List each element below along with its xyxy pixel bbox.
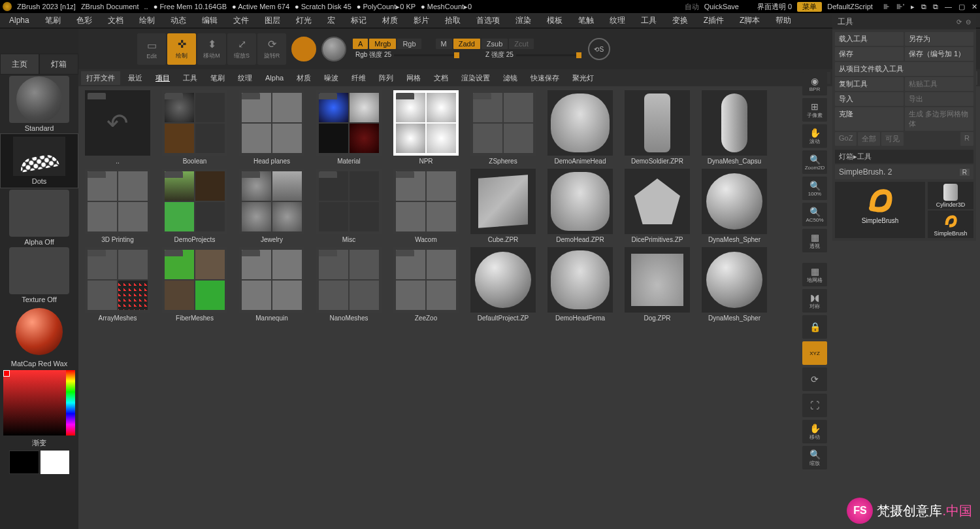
folder-misc[interactable]: Misc xyxy=(312,169,385,243)
stroke-swatch[interactable]: Dots xyxy=(0,133,78,188)
frame-button[interactable]: ⛶ xyxy=(802,394,827,417)
panel-close-icon[interactable]: ⊖ xyxy=(966,18,971,26)
aahalf-button[interactable]: 🔍AC50% xyxy=(802,203,827,226)
brush-swatch[interactable]: Standard xyxy=(0,76,78,132)
symmetry-button[interactable]: ◗◖对称 xyxy=(802,289,827,313)
alpha-swatch[interactable]: Alpha Off xyxy=(0,190,78,246)
project-tab[interactable]: 项目 xyxy=(150,71,175,85)
grid-tab[interactable]: 网格 xyxy=(401,71,426,85)
persp-button[interactable]: ▦透视 xyxy=(802,229,827,252)
move-button[interactable]: ⬍移动M xyxy=(197,33,226,65)
clone-button[interactable]: 克隆 xyxy=(835,107,904,131)
item-dog[interactable]: Dog.ZPR xyxy=(621,247,694,322)
menu-texture[interactable]: 纹理 xyxy=(604,14,630,27)
folder-boolean[interactable]: Boolean xyxy=(158,90,231,165)
rgb-intensity-slider[interactable]: Rgb 强度 25 xyxy=(353,50,462,60)
save-inc-button[interactable]: 保存（编号加 1） xyxy=(905,47,973,61)
layout-icon[interactable]: ⊪' xyxy=(896,3,904,11)
gizmo-icon[interactable] xyxy=(291,37,316,61)
folder-nanomeshes[interactable]: NanoMeshes xyxy=(312,247,385,322)
menu-help[interactable]: 帮助 xyxy=(770,14,796,27)
folder-fibermeshes[interactable]: FiberMeshes xyxy=(158,247,231,322)
menu-zplugin[interactable]: Z插件 xyxy=(698,14,729,27)
item-demoheadfemale[interactable]: DemoHeadFema xyxy=(544,247,617,322)
quicksave-tab[interactable]: 快速保存 xyxy=(525,71,564,85)
goz-all-button[interactable]: 全部 xyxy=(858,132,880,146)
menu-marker[interactable]: 标记 xyxy=(346,14,372,27)
item-demosoldier[interactable]: DemoSoldier.ZPR xyxy=(621,90,694,165)
alpha-tab[interactable]: Alpha xyxy=(260,72,289,84)
array-tab[interactable]: 阵列 xyxy=(374,71,399,85)
save-as-button[interactable]: 另存为 xyxy=(905,32,973,46)
active-tool[interactable]: SimpleBrush. 2R xyxy=(835,165,973,179)
close-icon[interactable]: ✕ xyxy=(972,3,977,11)
quicksave-button[interactable]: QuickSave xyxy=(704,3,739,10)
lightbox-tab[interactable]: 灯箱 xyxy=(39,54,78,75)
load-tool-button[interactable]: 载入工具 xyxy=(835,32,904,46)
tool-tab[interactable]: 工具 xyxy=(178,71,203,85)
actual-size-button[interactable]: 🔍100% xyxy=(802,177,827,200)
move3d-button[interactable]: ✋移动 xyxy=(802,420,827,443)
spotlight-tab[interactable]: 聚光灯 xyxy=(567,71,599,85)
ui-transparency[interactable]: 界面透明 0 xyxy=(757,2,792,12)
tool-cylinder3d[interactable]: Cylinder3D xyxy=(928,182,973,209)
folder-npr[interactable]: NPR xyxy=(389,90,463,165)
zcut-button[interactable]: Zcut xyxy=(509,39,533,49)
bpr-button[interactable]: ◉BPR xyxy=(802,72,827,95)
lightbox-tools-section[interactable]: 灯箱▸工具 xyxy=(835,150,973,163)
recent-tab[interactable]: 最近 xyxy=(123,71,148,85)
color-picker[interactable] xyxy=(3,370,75,435)
rotate-button[interactable]: ⟳旋转R xyxy=(257,33,286,65)
folder-up[interactable]: ↶.. xyxy=(81,90,154,165)
default-zscript[interactable]: DefaultZScript xyxy=(827,3,873,10)
copy-tool-button[interactable]: 复制工具 xyxy=(835,77,904,91)
a-mode-button[interactable]: A xyxy=(353,39,368,49)
menu-pick[interactable]: 拾取 xyxy=(440,14,466,27)
brush-tab[interactable]: 笔刷 xyxy=(205,71,230,85)
folder-mannequin[interactable]: Mannequin xyxy=(235,247,308,322)
zadd-button[interactable]: Zadd xyxy=(453,39,480,49)
material-swatch[interactable]: MatCap Red Wax xyxy=(0,305,78,367)
menu-alpha[interactable]: Alpha xyxy=(4,14,35,26)
goz-r-button[interactable]: R xyxy=(960,132,973,146)
tool-simplebrush2[interactable]: SimpleBrush xyxy=(928,211,973,238)
folder-3dprinting[interactable]: 3D Printing xyxy=(81,169,154,243)
render-tab[interactable]: 渲染设置 xyxy=(456,71,495,85)
minimize-icon[interactable]: — xyxy=(945,3,952,11)
menu-dynamic[interactable]: 动态 xyxy=(165,14,191,27)
export-button[interactable]: 导出 xyxy=(905,92,973,106)
rotate-view-button[interactable]: ⟳ xyxy=(802,367,827,391)
r-flag[interactable]: R xyxy=(960,169,970,176)
panel-pin-icon[interactable]: ⟳ xyxy=(956,18,962,26)
menu-movie[interactable]: 影片 xyxy=(408,14,434,27)
folder-zspheres[interactable]: ZSpheres xyxy=(466,90,540,165)
filter-tab[interactable]: 滤镜 xyxy=(498,71,523,85)
xyz-button[interactable]: XYZ xyxy=(802,341,827,365)
rgb-button[interactable]: Rgb xyxy=(397,39,421,49)
gradient-label[interactable]: 渐变 xyxy=(0,438,78,448)
color-swatches[interactable] xyxy=(9,451,69,474)
material-tab[interactable]: 材质 xyxy=(291,71,316,85)
scale-button[interactable]: ⤢缩放S xyxy=(227,33,256,65)
menu-stencil[interactable]: 模板 xyxy=(542,14,568,27)
zoom2d-button[interactable]: 🔍Zoom2D xyxy=(802,150,827,174)
menu-light[interactable]: 灯光 xyxy=(291,14,317,27)
menu-prefs[interactable]: 首选项 xyxy=(471,14,505,27)
folder-wacom[interactable]: Wacom xyxy=(389,169,463,243)
zoom3d-button[interactable]: 🔍缩放 xyxy=(802,446,827,469)
menu-brush[interactable]: 笔刷 xyxy=(40,14,66,27)
goz-visible-button[interactable]: 可见 xyxy=(881,132,904,146)
item-demohead[interactable]: DemoHead.ZPR xyxy=(544,169,617,243)
save-button[interactable]: 保存 xyxy=(835,47,904,61)
folder-demoprojects[interactable]: DemoProjects xyxy=(158,169,231,243)
z-intensity-slider[interactable]: Z 强度 25 xyxy=(483,50,584,60)
item-dynamesh-capsule[interactable]: DynaMesh_Capsu xyxy=(698,90,771,165)
zsub-button[interactable]: Zsub xyxy=(482,39,508,49)
folder-arraymeshes[interactable]: ArrayMeshes xyxy=(81,247,154,322)
sculptris-icon[interactable] xyxy=(321,37,346,61)
menu-layer[interactable]: 图层 xyxy=(259,14,286,27)
menu-stroke[interactable]: 笔触 xyxy=(573,14,599,27)
menu-render[interactable]: 渲染 xyxy=(510,14,536,27)
edit-button[interactable]: ▭Edit xyxy=(137,33,166,65)
lock-camera-button[interactable]: 🔒 xyxy=(802,315,827,339)
